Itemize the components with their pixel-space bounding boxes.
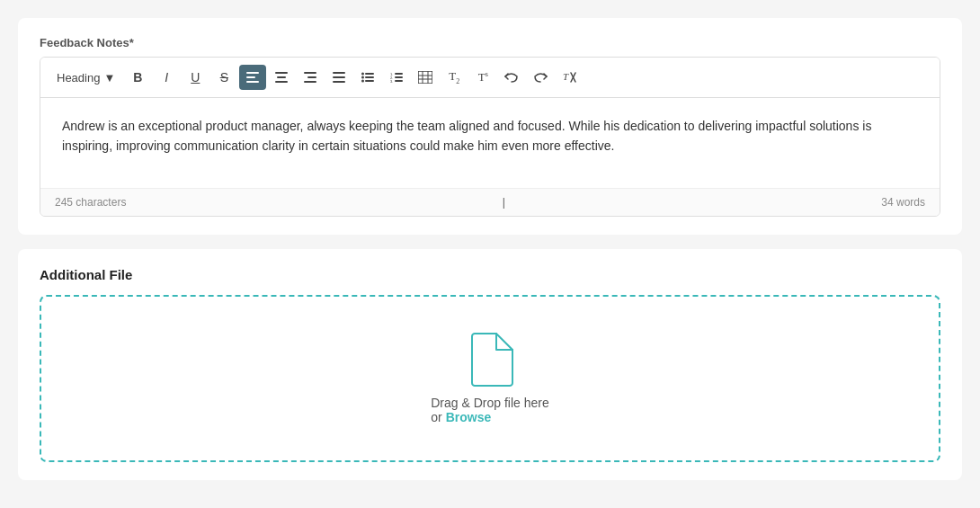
browse-link[interactable]: Browse [446,410,492,424]
svg-rect-13 [365,73,374,75]
align-justify-button[interactable] [325,65,352,90]
word-count: 34 words [881,196,925,209]
editor-content[interactable]: Andrew is an exceptional product manager… [40,98,940,188]
svg-rect-5 [275,81,288,83]
table-button[interactable] [412,65,439,90]
undo-button[interactable] [498,65,525,90]
svg-rect-21 [395,76,403,78]
svg-rect-2 [246,81,259,83]
bold-button[interactable]: B [124,65,151,90]
svg-text:T: T [563,71,569,82]
superscript-button[interactable]: Ts [469,65,496,90]
svg-point-16 [361,80,364,83]
svg-text:3.: 3. [390,79,393,84]
svg-rect-17 [365,80,374,82]
character-count: 245 characters [55,196,126,209]
heading-dropdown[interactable]: Heading ▼ [49,67,122,88]
svg-rect-24 [418,71,432,84]
svg-rect-9 [333,72,345,74]
additional-file-section: Additional File Drag & Drop file here or… [18,249,962,480]
file-icon [467,333,513,387]
svg-rect-1 [246,76,255,78]
svg-rect-10 [333,76,345,78]
svg-rect-6 [304,72,316,74]
svg-rect-15 [365,76,374,78]
feedback-notes-section: Feedback Notes* Heading ▼ B I U S [18,18,962,235]
feedback-label: Feedback Notes* [40,36,940,49]
svg-rect-19 [395,73,403,75]
editor-toolbar: Heading ▼ B I U S [40,58,940,98]
browse-line: or Browse [431,410,549,424]
svg-rect-0 [246,72,259,74]
svg-rect-23 [395,80,403,82]
align-left-button[interactable] [239,65,266,90]
cursor-indicator: | [503,196,505,209]
align-right-button[interactable] [297,65,324,90]
editor-footer: 245 characters | 34 words [40,188,940,216]
additional-file-title: Additional File [40,267,940,282]
heading-label: Heading [57,71,100,85]
numbered-list-button[interactable]: 1. 2. 3. [383,65,410,90]
svg-rect-4 [277,76,286,78]
align-center-button[interactable] [268,65,295,90]
redo-button[interactable] [527,65,554,90]
rich-text-editor: Heading ▼ B I U S [40,57,940,217]
svg-rect-7 [307,76,316,78]
svg-rect-3 [275,72,288,74]
subscript-button[interactable]: T2 [441,65,468,90]
drop-text-main: Drag & Drop file here or Browse [431,396,549,424]
svg-point-14 [361,76,364,79]
file-drop-zone[interactable]: Drag & Drop file here or Browse [40,295,940,462]
italic-button[interactable]: I [153,65,180,90]
underline-button[interactable]: U [182,65,209,90]
svg-rect-11 [333,81,345,83]
bullet-list-button[interactable] [354,65,381,90]
strikethrough-button[interactable]: S [210,65,237,90]
svg-point-12 [361,73,364,76]
clear-format-button[interactable]: T [556,65,583,90]
heading-arrow: ▼ [103,71,115,85]
svg-rect-8 [304,81,316,83]
